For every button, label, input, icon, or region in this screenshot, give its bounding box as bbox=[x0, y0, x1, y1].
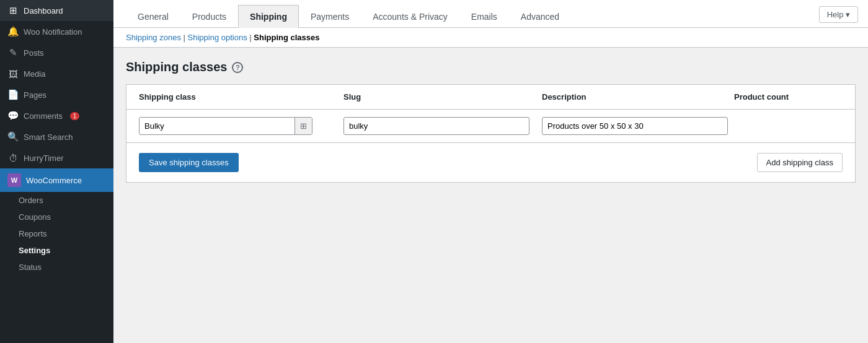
sidebar-nav: ⊞ Dashboard 🔔 Woo Notification ✎ Posts 🖼… bbox=[0, 0, 113, 276]
comments-badge: 1 bbox=[70, 112, 80, 120]
sidebar-item-label: Posts bbox=[24, 48, 44, 58]
save-shipping-classes-button[interactable]: Save shipping classes bbox=[139, 153, 239, 172]
sidebar-item-label: Woo Notification bbox=[24, 27, 82, 37]
col-shipping-class: Shipping class bbox=[139, 92, 343, 102]
tab-advanced[interactable]: Advanced bbox=[509, 5, 571, 28]
table-row: ⊞ bbox=[126, 110, 855, 143]
main-content: General Products Shipping Payments Accou… bbox=[113, 0, 868, 343]
tab-products[interactable]: Products bbox=[180, 5, 238, 28]
tabs-bar: General Products Shipping Payments Accou… bbox=[113, 0, 868, 28]
sidebar-item-posts[interactable]: ✎ Posts bbox=[0, 42, 113, 63]
slug-cell bbox=[343, 117, 542, 135]
status-label: Status bbox=[19, 263, 42, 272]
shipping-class-input-wrapper: ⊞ bbox=[139, 117, 312, 135]
shipping-class-input[interactable] bbox=[140, 118, 294, 134]
media-icon: 🖼 bbox=[7, 68, 19, 79]
add-shipping-class-button[interactable]: Add shipping class bbox=[757, 153, 843, 172]
dashboard-icon: ⊞ bbox=[7, 5, 19, 16]
shipping-class-icon-btn[interactable]: ⊞ bbox=[294, 118, 312, 134]
sidebar-item-pages[interactable]: 📄 Pages bbox=[0, 84, 113, 105]
subnav-shipping-zones[interactable]: Shipping zones bbox=[126, 33, 181, 42]
table-header: Shipping class Slug Description Product … bbox=[126, 85, 855, 110]
sidebar-item-smart-search[interactable]: 🔍 Smart Search bbox=[0, 126, 113, 147]
sidebar-item-status[interactable]: Status bbox=[0, 259, 113, 276]
orders-label: Orders bbox=[19, 196, 43, 205]
sidebar-item-woo-notification[interactable]: 🔔 Woo Notification bbox=[0, 21, 113, 42]
shipping-class-cell: ⊞ bbox=[139, 117, 343, 135]
slug-input[interactable] bbox=[343, 117, 529, 135]
sidebar-item-orders[interactable]: Orders bbox=[0, 192, 113, 209]
settings-label: Settings bbox=[19, 246, 50, 255]
tab-emails[interactable]: Emails bbox=[459, 5, 509, 28]
shipping-classes-table: Shipping class Slug Description Product … bbox=[126, 84, 856, 183]
search-icon: 🔍 bbox=[7, 131, 19, 142]
page-content: Shipping classes ? Shipping class Slug D… bbox=[113, 48, 868, 343]
col-description: Description bbox=[542, 92, 734, 102]
sidebar-item-label: Media bbox=[24, 69, 45, 79]
subnav-shipping-classes: Shipping classes bbox=[254, 33, 319, 42]
coupons-label: Coupons bbox=[19, 212, 51, 222]
woocommerce-icon: W bbox=[7, 173, 21, 187]
reports-label: Reports bbox=[19, 229, 47, 238]
sidebar-item-label: Pages bbox=[24, 90, 46, 100]
pages-icon: 📄 bbox=[7, 89, 19, 100]
sidebar-item-settings[interactable]: Settings bbox=[0, 242, 113, 259]
sidebar-item-reports[interactable]: Reports bbox=[0, 225, 113, 242]
buttons-row: Save shipping classes Add shipping class bbox=[126, 143, 855, 182]
subnav-shipping-options[interactable]: Shipping options bbox=[188, 33, 247, 42]
bell-icon: 🔔 bbox=[7, 26, 19, 37]
tab-shipping[interactable]: Shipping bbox=[238, 5, 299, 28]
page-title: Shipping classes bbox=[126, 60, 227, 74]
sidebar-item-woocommerce[interactable]: W WooCommerce bbox=[0, 168, 113, 192]
sidebar-item-coupons[interactable]: Coupons bbox=[0, 209, 113, 225]
posts-icon: ✎ bbox=[7, 47, 19, 58]
sidebar-item-media[interactable]: 🖼 Media bbox=[0, 63, 113, 84]
description-input[interactable] bbox=[542, 117, 728, 135]
comments-icon: 💬 bbox=[7, 110, 19, 121]
description-cell bbox=[542, 117, 734, 135]
subnav: Shipping zones | Shipping options | Ship… bbox=[113, 28, 868, 48]
sidebar-item-hurry-timer[interactable]: ⏱ HurryTimer bbox=[0, 147, 113, 168]
sidebar-item-dashboard[interactable]: ⊞ Dashboard bbox=[0, 0, 113, 21]
tab-general[interactable]: General bbox=[126, 5, 180, 28]
sidebar-item-comments[interactable]: 💬 Comments 1 bbox=[0, 105, 113, 126]
page-title-row: Shipping classes ? bbox=[126, 60, 856, 74]
woocommerce-label: WooCommerce bbox=[26, 176, 82, 185]
sidebar-item-label: Comments bbox=[24, 111, 63, 121]
help-button[interactable]: Help ▾ bbox=[819, 6, 858, 23]
help-circle-icon[interactable]: ? bbox=[232, 62, 243, 73]
tab-accounts-privacy[interactable]: Accounts & Privacy bbox=[361, 5, 459, 28]
sidebar-item-label: HurryTimer bbox=[24, 154, 64, 163]
col-slug: Slug bbox=[343, 92, 542, 102]
sidebar: ⊞ Dashboard 🔔 Woo Notification ✎ Posts 🖼… bbox=[0, 0, 113, 343]
col-product-count: Product count bbox=[734, 92, 843, 102]
sidebar-item-label: Dashboard bbox=[24, 6, 63, 15]
timer-icon: ⏱ bbox=[7, 152, 19, 163]
tab-payments[interactable]: Payments bbox=[299, 5, 361, 28]
subnav-separator-1: | bbox=[184, 33, 188, 42]
sidebar-item-label: Smart Search bbox=[24, 132, 73, 142]
